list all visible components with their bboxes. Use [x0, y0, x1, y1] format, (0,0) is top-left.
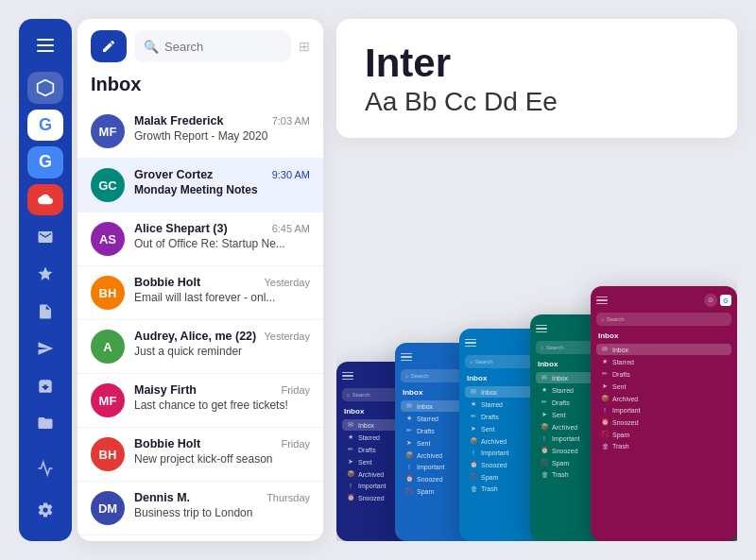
email-top: Audrey, Alice, me (22)Yesterday	[134, 330, 310, 343]
nav-icon-google2[interactable]: G	[27, 146, 63, 178]
svg-marker-0	[38, 80, 54, 96]
email-time: 6:45 AM	[272, 223, 310, 234]
email-content: Bobbie HoltYesterdayEmail will last fore…	[134, 276, 310, 304]
font-card: Inter Aa Bb Cc Dd Ee	[336, 19, 737, 138]
email-list: MFMalak Frederick7:03 AMGrowth Report - …	[77, 105, 323, 541]
email-subject: Out of Office Re: Startup Ne...	[134, 237, 310, 250]
nav-icon-inbox[interactable]	[27, 221, 63, 252]
email-item[interactable]: MFMalak Frederick7:03 AMGrowth Report - …	[77, 105, 323, 159]
email-subject: Business trip to London	[134, 506, 310, 519]
email-top: Grover Cortez9:30 AM	[134, 168, 310, 181]
email-item[interactable]: LDLucy DeeThursdayMarketing Automation i…	[77, 535, 323, 541]
search-icon: 🔍	[144, 40, 159, 54]
email-item[interactable]: GCGrover Cortez9:30 AMMonday Meeting Not…	[77, 159, 323, 212]
email-content: Alice Shepart (3)6:45 AMOut of Office Re…	[134, 222, 310, 250]
avatar: MF	[91, 114, 125, 148]
email-top: Malak Frederick7:03 AM	[134, 114, 310, 127]
email-subject: Just a quick reminder	[134, 345, 310, 358]
email-sender: Audrey, Alice, me (22)	[134, 330, 256, 343]
compose-button[interactable]	[91, 30, 127, 62]
avatar: GC	[91, 168, 125, 202]
email-time: Thursday	[266, 492, 310, 503]
email-panel: 🔍 ⊞ Inbox MFMalak Frederick7:03 AMGrowth…	[77, 19, 323, 541]
email-content: Malak Frederick7:03 AMGrowth Report - Ma…	[134, 114, 310, 143]
email-time: Friday	[281, 384, 310, 396]
email-content: Dennis M.ThursdayBusiness trip to London	[134, 491, 310, 519]
hamburger-button[interactable]	[30, 32, 60, 59]
email-subject: Growth Report - May 2020	[134, 129, 310, 143]
theme-stack: ⊙ G ⌕ Search Inbox ✉ Inbox ★ Starred	[336, 151, 737, 541]
nav-icon-star[interactable]	[27, 259, 63, 290]
nav-icon-folder[interactable]	[27, 408, 63, 439]
email-top: Bobbie HoltYesterday	[134, 276, 310, 289]
nav-icon-settings[interactable]	[27, 492, 63, 528]
email-top: Dennis M.Thursday	[134, 491, 310, 504]
email-top: Alice Shepart (3)6:45 AM	[134, 222, 310, 235]
nav-icon-document[interactable]	[27, 296, 63, 327]
inbox-title: Inbox	[77, 70, 323, 105]
search-box[interactable]: 🔍	[134, 30, 291, 62]
email-subject: Monday Meeting Notes	[134, 183, 310, 196]
email-content: Grover Cortez9:30 AMMonday Meeting Notes	[134, 168, 310, 196]
email-top: Bobbie HoltFriday	[134, 437, 310, 450]
nav-icon-hexagon[interactable]	[27, 72, 63, 103]
email-item[interactable]: BHBobbie HoltYesterdayEmail will last fo…	[77, 266, 323, 320]
email-content: Maisy FirthFridayLast chance to get free…	[134, 383, 310, 412]
email-item[interactable]: DMDennis M.ThursdayBusiness trip to Lond…	[77, 482, 323, 535]
email-time: Friday	[281, 438, 310, 450]
email-item[interactable]: AAudrey, Alice, me (22)YesterdayJust a q…	[77, 320, 323, 374]
nav-icon-activity[interactable]	[27, 450, 63, 486]
email-sender: Maisy Firth	[134, 383, 197, 397]
email-sender: Bobbie Holt	[134, 437, 200, 450]
email-time: Yesterday	[264, 277, 310, 288]
email-content: Audrey, Alice, me (22)YesterdayJust a qu…	[134, 330, 310, 358]
email-panel-header: 🔍 ⊞	[77, 19, 323, 70]
avatar: DM	[91, 491, 125, 525]
avatar: BH	[91, 437, 125, 471]
email-item[interactable]: ASAlice Shepart (3)6:45 AMOut of Office …	[77, 212, 323, 266]
avatar: BH	[91, 276, 125, 310]
font-name: Inter	[365, 42, 709, 85]
nav-icon-archive[interactable]	[27, 370, 63, 401]
email-item[interactable]: MFMaisy FirthFridayLast chance to get fr…	[77, 374, 323, 428]
avatar: A	[91, 330, 125, 364]
nav-icon-google1[interactable]: G	[27, 110, 63, 141]
email-subject: New project kick-off season	[134, 452, 310, 466]
email-sender: Bobbie Holt	[134, 276, 200, 289]
icon-nav: G G	[19, 19, 72, 541]
email-sender: Dennis M.	[134, 491, 190, 504]
email-content: Bobbie HoltFridayNew project kick-off se…	[134, 437, 310, 466]
search-options-icon[interactable]: ⊞	[299, 39, 310, 54]
theme-preview[interactable]: ⊙ G ⌕ Search Inbox ✉ Inbox ★ Starred	[591, 286, 737, 541]
email-time: Yesterday	[264, 331, 310, 342]
avatar: MF	[91, 383, 125, 417]
email-item[interactable]: BHBobbie HoltFridayNew project kick-off …	[77, 428, 323, 482]
email-sender: Alice Shepart (3)	[134, 222, 228, 235]
font-sample: Aa Bb Cc Dd Ee	[365, 87, 709, 117]
email-top: Maisy FirthFriday	[134, 383, 310, 397]
right-area: Inter Aa Bb Cc Dd Ee ⊙ G ⌕ Search Inbox	[336, 19, 737, 541]
email-time: 7:03 AM	[272, 115, 310, 127]
email-subject: Email will last forever - onl...	[134, 291, 310, 304]
nav-icon-send[interactable]	[27, 333, 63, 365]
email-sender: Grover Cortez	[134, 168, 213, 181]
nav-icon-cloud[interactable]	[27, 184, 63, 215]
email-time: 9:30 AM	[272, 169, 310, 180]
email-subject: Last chance to get free tickets!	[134, 399, 310, 412]
email-sender: Malak Frederick	[134, 114, 224, 127]
search-input[interactable]	[164, 40, 282, 54]
avatar: AS	[91, 222, 125, 256]
